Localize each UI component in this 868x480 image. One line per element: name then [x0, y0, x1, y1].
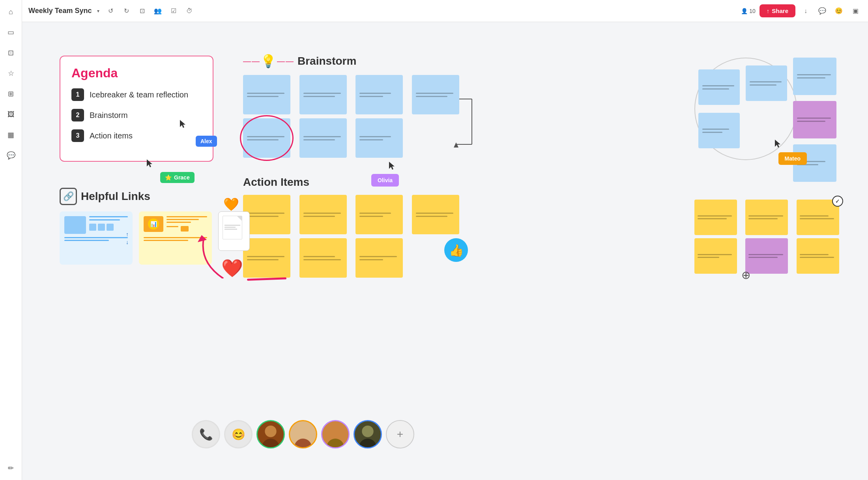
cursor-alex-label: Alex: [196, 136, 217, 147]
action-note[interactable]: [412, 195, 459, 234]
cursor-mateo-label: Mateo: [778, 152, 807, 165]
agenda-num-2: 2: [71, 109, 84, 121]
chart-icon[interactable]: ▦: [4, 128, 18, 142]
present-icon[interactable]: ⊡: [4, 46, 18, 60]
download-icon[interactable]: ↓: [799, 5, 812, 17]
right-action-note-checkmark[interactable]: ✓: [797, 200, 839, 235]
sticky-note[interactable]: [698, 113, 740, 148]
canvas[interactable]: Agenda 1 Icebreaker & team reflection 2 …: [22, 22, 868, 480]
agenda-title: Agenda: [71, 66, 202, 80]
link-card-blue[interactable]: ↑ ↓: [60, 211, 133, 265]
title-dropdown-arrow[interactable]: ▾: [97, 8, 99, 14]
topbar-actions: ↺ ↻ ⊡ 👥 ☑ ⏱: [104, 5, 196, 17]
frame-icon[interactable]: ⊡: [136, 5, 148, 17]
share-button[interactable]: ↑ Share: [760, 4, 795, 17]
link-icon: 🔗: [60, 188, 77, 205]
right-action-note[interactable]: [797, 238, 839, 274]
action-section: Action Items 🧡 ❤️ ❤️ 👍: [243, 176, 464, 278]
svg-point-12: [294, 439, 312, 448]
avatar-user-1[interactable]: [256, 420, 285, 448]
action-note[interactable]: [299, 195, 347, 234]
sticky-note-highlighted[interactable]: [243, 118, 290, 158]
sticky-note[interactable]: [746, 65, 787, 101]
brainstorm-section: — 💡 — Brainstorm: [243, 54, 464, 158]
svg-point-10: [262, 439, 279, 448]
action-note[interactable]: [355, 195, 403, 234]
brainstorm-title: Brainstorm: [297, 55, 356, 67]
image-icon[interactable]: 🖼: [4, 107, 18, 121]
avatar-user-3[interactable]: [321, 420, 350, 448]
checkmark-badge: ✓: [832, 196, 843, 207]
right-action-note[interactable]: [694, 200, 737, 235]
svg-point-16: [359, 439, 376, 448]
sticky-note[interactable]: [299, 75, 347, 114]
right-action-note[interactable]: [745, 200, 788, 235]
topbar: Weekly Team Sync ▾ ↺ ↻ ⊡ 👥 ☑ ⏱ 👤 10 ↑ Sh…: [22, 0, 868, 22]
users-icon[interactable]: 👥: [152, 5, 164, 17]
user-icon: 👤: [741, 8, 748, 14]
view-icon[interactable]: ▣: [849, 5, 862, 17]
thumbsup-icon: 👍: [444, 238, 468, 262]
avatar-user-4[interactable]: [354, 420, 382, 448]
right-action-note[interactable]: [694, 238, 737, 274]
action-note[interactable]: [355, 238, 403, 278]
avatar-phone[interactable]: 📞: [192, 420, 220, 448]
undo-icon[interactable]: ↺: [104, 5, 117, 17]
sticky-note[interactable]: [412, 75, 459, 114]
brainstorm-header: — 💡 — Brainstorm: [243, 54, 464, 69]
svg-marker-6: [147, 159, 152, 167]
svg-point-17: [362, 426, 373, 437]
pen-icon[interactable]: ✏: [4, 461, 18, 475]
agenda-num-1: 1: [71, 88, 84, 101]
topbar-right: 👤 10 ↑ Share ↓ 💬 😊 ▣: [741, 4, 862, 17]
check-icon[interactable]: ☑: [167, 5, 180, 17]
svg-marker-8: [198, 235, 207, 242]
lightbulb-icon: — 💡 —: [243, 54, 294, 69]
svg-point-11: [265, 426, 276, 437]
avatar-user-2[interactable]: [289, 420, 317, 448]
sidebar: ⌂ ▭ ⊡ ☆ ⊞ 🖼 ▦ 💬 ✏: [0, 0, 22, 480]
action-items-title: Action Items: [243, 176, 309, 189]
agenda-text-3: Action items: [90, 131, 133, 140]
board-title: Weekly Team Sync: [28, 7, 92, 15]
timer-icon[interactable]: ⏱: [183, 5, 196, 17]
svg-point-14: [327, 439, 344, 448]
helpful-links-title: Helpful Links: [81, 190, 150, 203]
layout-icon[interactable]: ▭: [4, 25, 18, 39]
sticky-note[interactable]: [698, 69, 740, 105]
sticky-note[interactable]: [793, 58, 836, 95]
sticky-note[interactable]: [355, 75, 403, 114]
svg-point-15: [329, 426, 341, 437]
sticky-note[interactable]: [355, 118, 403, 158]
comment-icon[interactable]: 💬: [4, 148, 18, 162]
avatar-add-button[interactable]: +: [386, 420, 414, 448]
star-emoji: ⭐: [165, 174, 172, 181]
avatar-row: 📞 😊: [192, 420, 414, 448]
redo-icon[interactable]: ↻: [120, 5, 133, 17]
svg-marker-7: [389, 162, 395, 170]
user-count: 👤 10: [741, 8, 756, 14]
sticky-note[interactable]: [299, 118, 347, 158]
agenda-text-2: Brainstorm: [90, 111, 128, 120]
action-note[interactable]: [299, 238, 347, 278]
action-items-header: Action Items: [243, 176, 464, 189]
main-area: Weekly Team Sync ▾ ↺ ↻ ⊡ 👥 ☑ ⏱ 👤 10 ↑ Sh…: [22, 0, 868, 480]
star-icon[interactable]: ☆: [4, 66, 18, 80]
right-action-grid: ✓ ⊕: [694, 200, 844, 274]
sticky-note[interactable]: [243, 75, 290, 114]
reaction-icon[interactable]: 😊: [832, 5, 845, 17]
home-icon[interactable]: ⌂: [4, 5, 18, 19]
avatar-emoji[interactable]: 😊: [224, 420, 253, 448]
agenda-item-3: 3 Action items: [71, 129, 202, 142]
agenda-item-1: 1 Icebreaker & team reflection: [71, 88, 202, 101]
grid-icon[interactable]: ⊞: [4, 87, 18, 101]
agenda-num-3: 3: [71, 129, 84, 142]
cursor-olivia-arrow: [389, 162, 395, 172]
right-purple-note[interactable]: ⊕: [745, 238, 788, 274]
cursor-grace-arrow: [147, 159, 153, 170]
cursor-grace-label: ⭐ Grace: [160, 172, 195, 183]
sticky-note[interactable]: [793, 101, 836, 138]
chat-icon[interactable]: 💬: [816, 5, 829, 17]
action-items-grid: [243, 195, 464, 278]
pink-arrow-icon: [192, 231, 231, 280]
